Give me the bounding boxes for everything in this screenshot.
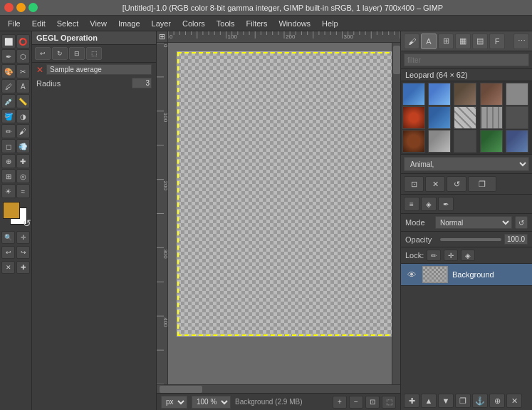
- tool-eraser[interactable]: ◻: [1, 139, 16, 153]
- tool-airbrush[interactable]: 💨: [16, 139, 31, 153]
- tool-color-picker[interactable]: 💉: [1, 94, 16, 108]
- layers-new-btn[interactable]: ✚: [404, 394, 419, 408]
- brush-cell-5[interactable]: [506, 83, 528, 106]
- zoom-select[interactable]: 100 %: [192, 396, 231, 409]
- tool-icon-3[interactable]: ⊟: [69, 47, 85, 60]
- brush-cell-2[interactable]: [428, 83, 451, 106]
- tool-rectangle-select[interactable]: ⬜: [1, 34, 16, 48]
- brush-cell-14[interactable]: [480, 130, 503, 153]
- menu-image[interactable]: Image: [113, 18, 145, 29]
- undo-btn[interactable]: ↩: [1, 246, 15, 259]
- channels-tab[interactable]: ◈: [421, 197, 437, 211]
- tool-paths[interactable]: 🖊: [1, 79, 16, 93]
- layers-duplicate-btn[interactable]: ❐: [455, 394, 471, 408]
- move-tool[interactable]: ✛: [16, 231, 30, 244]
- new-btn[interactable]: ✚: [16, 261, 30, 274]
- h-scrollbar-thumb[interactable]: [160, 386, 202, 393]
- layers-delete-btn[interactable]: ✕: [506, 394, 522, 408]
- brush-cell-15[interactable]: [506, 130, 528, 153]
- gegl-close-icon[interactable]: ✕: [36, 65, 43, 75]
- layer-entry[interactable]: 👁 Background: [401, 264, 532, 286]
- menu-help[interactable]: Help: [317, 18, 343, 29]
- brush-delete-btn[interactable]: ✕: [425, 176, 445, 192]
- paths-tab[interactable]: ✒: [438, 197, 454, 211]
- mode-reset-btn[interactable]: ↺: [515, 216, 528, 229]
- canvas-full[interactable]: ⬚: [382, 396, 396, 409]
- menu-view[interactable]: View: [85, 18, 112, 29]
- rt-brushes-icon[interactable]: 🖌: [404, 34, 419, 49]
- layers-merge-btn[interactable]: ⊕: [489, 394, 505, 408]
- canvas-fit[interactable]: ⊡: [365, 396, 380, 409]
- tool-text[interactable]: A: [16, 79, 31, 93]
- tool-pencil[interactable]: ✏: [1, 124, 16, 138]
- brush-cell-9[interactable]: [480, 106, 503, 129]
- tool-bucket-fill[interactable]: 🪣: [1, 109, 16, 123]
- menu-file[interactable]: File: [3, 18, 26, 29]
- menu-windows[interactable]: Windows: [273, 18, 315, 29]
- lock-position-btn[interactable]: ✛: [444, 250, 458, 261]
- brush-cell-6[interactable]: [402, 106, 425, 129]
- tool-icon-4[interactable]: ⬚: [86, 47, 102, 60]
- tool-perspective-clone[interactable]: ⊞: [1, 169, 16, 183]
- brush-duplicate-btn[interactable]: ❐: [468, 176, 496, 192]
- v-scrollbar-thumb[interactable]: [393, 46, 400, 74]
- category-select[interactable]: Animal,: [404, 157, 529, 171]
- brush-cell-1[interactable]: [402, 83, 425, 106]
- canvas-zoom-out[interactable]: −: [349, 396, 363, 409]
- brush-cell-8[interactable]: [454, 106, 476, 129]
- brush-cell-12[interactable]: [428, 130, 451, 153]
- canvas-zoom-in[interactable]: +: [333, 396, 347, 409]
- tool-by-color[interactable]: 🎨: [1, 64, 16, 78]
- brush-add-to-image-btn[interactable]: ⊡: [404, 176, 424, 192]
- layers-anchor-btn[interactable]: ⚓: [472, 394, 488, 408]
- lock-alpha-btn[interactable]: ◈: [461, 250, 475, 261]
- tool-scissors[interactable]: ✂: [16, 64, 31, 78]
- brush-cell-10[interactable]: [506, 106, 528, 129]
- brush-cell-13[interactable]: [454, 130, 476, 153]
- layers-up-btn[interactable]: ▲: [421, 394, 437, 408]
- tool-clone[interactable]: ⊕: [1, 154, 16, 168]
- menu-tools[interactable]: Tools: [212, 18, 240, 29]
- tool-fuzzy-select[interactable]: ⬡: [16, 49, 31, 63]
- menu-layer[interactable]: Layer: [147, 18, 177, 29]
- h-scrollbar[interactable]: [157, 384, 400, 393]
- layers-down-btn[interactable]: ▼: [438, 394, 454, 408]
- tool-free-select[interactable]: ✒: [1, 49, 16, 63]
- menu-filters[interactable]: Filters: [241, 18, 273, 29]
- v-scrollbar[interactable]: [392, 43, 400, 384]
- tool-heal[interactable]: ✚: [16, 154, 31, 168]
- tool-smudge[interactable]: ≈: [16, 184, 31, 198]
- redo-btn[interactable]: ↪: [16, 246, 30, 259]
- brush-cell-4[interactable]: [480, 83, 503, 106]
- window-controls[interactable]: [4, 3, 38, 12]
- foreground-color-swatch[interactable]: [3, 202, 20, 219]
- canvas-area[interactable]: [177, 51, 392, 337]
- brush-cell-7[interactable]: [428, 106, 451, 129]
- zoom-tool[interactable]: 🔍: [1, 231, 15, 244]
- corner-box[interactable]: ⊞: [157, 31, 168, 43]
- tool-dodge[interactable]: ☀: [1, 184, 16, 198]
- tool-icon-1[interactable]: ↩: [35, 47, 51, 60]
- unit-select[interactable]: px: [161, 396, 187, 409]
- delete-btn[interactable]: ✕: [1, 261, 15, 274]
- opacity-slider[interactable]: [440, 238, 501, 241]
- tool-blend[interactable]: ◑: [16, 109, 31, 123]
- rt-more-icon[interactable]: ⋯: [513, 34, 529, 49]
- tool-ellipse-select[interactable]: ⭕: [16, 34, 31, 48]
- canvas-viewport[interactable]: [168, 43, 392, 384]
- filter-input[interactable]: [404, 53, 529, 66]
- brush-cell-11[interactable]: [402, 130, 425, 153]
- gegl-sample-input[interactable]: [46, 64, 152, 75]
- rt-fonts-icon[interactable]: F: [489, 34, 505, 49]
- mode-select[interactable]: Normal: [435, 216, 512, 229]
- lock-pixels-btn[interactable]: ✏: [427, 250, 441, 261]
- layers-tab[interactable]: ≡: [404, 197, 419, 211]
- rt-gradients-icon[interactable]: ▤: [472, 34, 488, 49]
- brush-refresh-btn[interactable]: ↺: [447, 176, 466, 192]
- rt-text-icon[interactable]: A: [421, 34, 437, 49]
- tool-blur[interactable]: ◎: [16, 169, 31, 183]
- tool-measure[interactable]: 📏: [16, 94, 31, 108]
- tool-paintbrush[interactable]: 🖌: [16, 124, 31, 138]
- maximize-button[interactable]: [28, 3, 38, 12]
- rt-patterns-icon[interactable]: ⊞: [438, 34, 454, 49]
